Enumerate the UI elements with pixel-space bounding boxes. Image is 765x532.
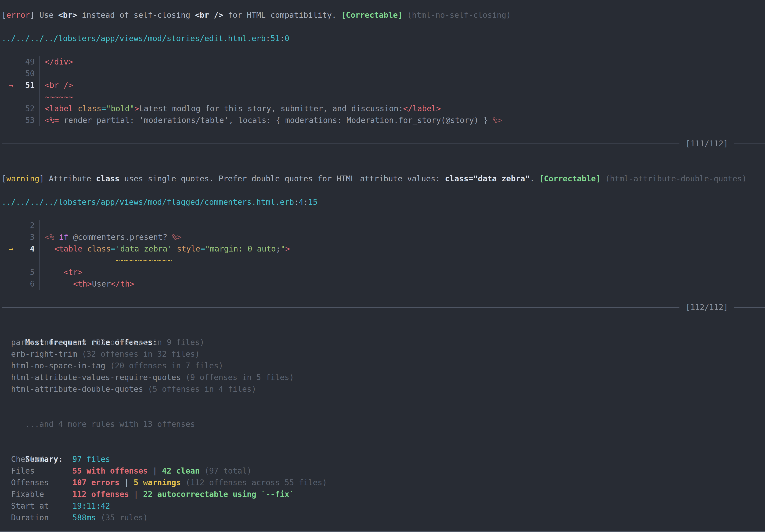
text-segment <box>45 267 64 277</box>
summary-row: Start at19:11:42 <box>2 500 765 512</box>
bottom-separator <box>0 531 765 532</box>
offense-counter: [111/112] <box>685 138 728 150</box>
current-line-arrow-icon: → <box>2 243 21 255</box>
text-segment: erb-right-trim <box>11 349 77 358</box>
text-segment: > <box>134 104 139 113</box>
text-segment: 42 clean <box>162 466 200 475</box>
line-number: 52 <box>21 103 35 115</box>
text-segment <box>96 513 101 522</box>
text-segment: html-no-space-in-tag <box>11 361 105 370</box>
separator-line <box>2 144 679 144</box>
marker-space <box>2 278 21 290</box>
text-segment: for HTML compatibility. <box>223 11 341 20</box>
text-segment: <table <box>54 244 83 254</box>
text-segment: 22 autocorrectable using `--fix` <box>143 490 294 499</box>
text-segment: <tr> <box>64 267 83 277</box>
blank-row <box>2 126 765 138</box>
code-line: 5 <tr> <box>2 266 765 278</box>
text-segment <box>45 279 73 288</box>
code-text: </div> <box>39 56 765 68</box>
code-line: 2 <box>2 220 765 232</box>
text-segment: uses single quotes. Prefer double quotes… <box>120 174 445 183</box>
text-segment: parser-no-errors <box>11 338 87 347</box>
text-segment: [ <box>2 11 6 20</box>
file-path-1: ../../../../lobsters/app/views/mod/stori… <box>2 33 765 44</box>
code-snippet-1: 49</div>50→51<br />~~~~~~52<label class=… <box>2 56 765 126</box>
code-text: <%= render partial: 'moderations/table',… <box>39 115 765 126</box>
rule-offense-item: erb-right-trim (32 offenses in 32 files) <box>2 348 765 360</box>
text-segment <box>73 104 78 113</box>
text-segment: " <box>281 244 285 254</box>
blank-row <box>2 395 765 407</box>
summary-label: Start at <box>11 500 72 512</box>
marker-space <box>2 68 21 80</box>
summary-row: Checked97 files <box>2 453 765 465</box>
lint-message-warning: [warning] Attribute class uses single qu… <box>2 173 765 185</box>
text-segment: @commenters.present? <box>68 233 172 242</box>
blank-row <box>2 430 765 442</box>
marker-space <box>2 103 21 115</box>
text-segment: ../../../../lobsters/app/views/mod/stori… <box>2 34 266 43</box>
progress-separator-1: [111/112] <box>2 138 765 150</box>
rules-more-text: ...and 4 more rules with 13 offenses <box>25 419 195 429</box>
offense-counter: [112/112] <box>685 301 728 313</box>
summary-label: Offenses <box>11 477 72 488</box>
line-number: 4 <box>21 243 35 255</box>
text-segment <box>172 244 177 254</box>
code-line: 6 <th>User</th> <box>2 278 765 290</box>
text-segment <box>105 361 110 370</box>
terminal-output: [error] Use <br> instead of self-closing… <box>0 0 765 532</box>
code-text: <% if @commenters.present? %> <box>39 232 765 243</box>
line-number: 6 <box>21 278 35 290</box>
blank-row <box>2 208 765 220</box>
text-segment: class="data zebra" <box>445 174 530 183</box>
text-segment: 112 offenses <box>73 490 129 499</box>
text-segment: html-attribute-values-require-quotes <box>11 373 181 382</box>
blank-row <box>2 313 765 325</box>
code-line: 52<label class="bold">Latest modlog for … <box>2 103 765 115</box>
summary-table: Checked97 filesFiles55 with offenses | 4… <box>2 453 765 524</box>
text-segment <box>600 174 605 183</box>
line-number: 51 <box>21 80 35 91</box>
code-line: 49</div> <box>2 56 765 68</box>
text-segment: = <box>102 104 106 113</box>
text-segment: ../../../../lobsters/app/views/mod/flagg… <box>2 198 294 207</box>
text-segment: if <box>59 233 68 242</box>
text-segment <box>181 373 185 382</box>
code-line: 53<%= render partial: 'moderations/table… <box>2 115 765 126</box>
blank-row <box>2 161 765 173</box>
line-number: 5 <box>21 266 35 278</box>
code-text: ~~~~~~~~~~~~ <box>39 255 765 266</box>
code-line: 3<% if @commenters.present? %> <box>2 232 765 243</box>
code-line: 50 <box>2 68 765 80</box>
text-segment <box>200 466 204 475</box>
summary-row: Duration588ms (35 rules) <box>2 512 765 524</box>
text-segment: warning <box>6 174 39 183</box>
text-segment: %> <box>493 116 502 125</box>
summary-section-title: Summary: <box>2 442 765 453</box>
summary-label: Fixable <box>11 488 72 500</box>
summary-label: Duration <box>11 512 72 524</box>
text-segment: : <box>304 198 308 207</box>
text-segment: 51 <box>271 34 280 43</box>
text-segment <box>402 11 407 20</box>
marker-space <box>2 255 21 266</box>
blank-row <box>2 185 765 196</box>
text-segment: class <box>78 104 102 113</box>
code-text: <th>User</th> <box>39 278 765 290</box>
text-segment: : <box>266 34 270 43</box>
line-number: 50 <box>21 68 35 80</box>
text-segment <box>143 384 148 394</box>
marker-space <box>2 266 21 278</box>
text-segment: User <box>92 279 111 288</box>
text-segment <box>83 244 87 254</box>
text-segment: 19:11:42 <box>73 501 110 510</box>
code-text <box>39 220 765 232</box>
text-segment: <br /> <box>195 11 223 20</box>
separator-line <box>2 307 679 308</box>
text-segment: </label> <box>403 104 441 113</box>
text-segment: (5 offenses in 4 files) <box>148 384 256 394</box>
text-segment: render partial: 'moderations/table', loc… <box>59 116 493 125</box>
text-segment: <%= <box>45 116 59 125</box>
text-segment: (32 offenses in 32 files) <box>82 349 200 358</box>
